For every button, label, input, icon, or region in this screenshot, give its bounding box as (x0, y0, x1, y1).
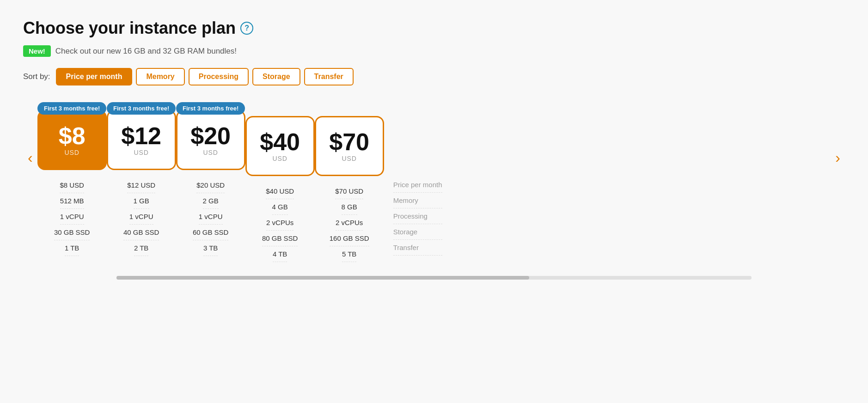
plan-detail-memory-4: 8 GB (342, 199, 357, 215)
free-badge-2: First 3 months free! (176, 102, 245, 115)
plan-detail-price-0: $8 USD (60, 177, 84, 193)
sort-label: Sort by: (23, 72, 50, 81)
plan-currency-2: USD (203, 149, 218, 156)
plans-section: ‹ First 3 months free!$8USD$8 USD512 MB1… (23, 102, 845, 280)
plan-col-1: First 3 months free!$12USD$12 USD1 GB1 v… (107, 102, 176, 256)
plan-currency-4: USD (342, 155, 357, 162)
label-processing: Processing (393, 208, 442, 224)
new-badge: New! (23, 45, 51, 57)
scrollbar[interactable] (116, 276, 751, 280)
plan-currency-0: USD (64, 149, 79, 156)
new-text: Check out our new 16 GB and 32 GB RAM bu… (55, 47, 237, 56)
plan-price-4: $70 (329, 130, 369, 154)
plan-card-4[interactable]: $70USD (315, 116, 384, 176)
plan-detail-processing-2: 1 vCPU (199, 209, 223, 225)
plan-detail-memory-1: 1 GB (134, 193, 149, 209)
labels-column: Price per month Memory Processing Storag… (384, 102, 442, 256)
plan-card-3[interactable]: $40USD (245, 116, 315, 176)
plan-card-0[interactable]: $8USD (37, 110, 107, 170)
plan-price-0: $8 (59, 124, 86, 148)
plan-detail-processing-3: 2 vCPUs (266, 215, 293, 231)
plan-detail-storage-3: 80 GB SSD (262, 231, 298, 246)
plan-card-1[interactable]: $12USD (107, 110, 176, 170)
next-arrow[interactable]: › (831, 121, 845, 195)
plan-detail-storage-0: 30 GB SSD (54, 225, 90, 240)
label-transfer: Transfer (393, 240, 442, 256)
free-badge-0: First 3 months free! (37, 102, 106, 115)
plan-detail-memory-2: 2 GB (203, 193, 219, 209)
scrollbar-thumb (116, 276, 529, 280)
plan-detail-memory-0: 512 MB (60, 193, 84, 209)
plan-detail-transfer-0: 1 TB (65, 240, 79, 256)
plan-col-3: $40USD$40 USD4 GB2 vCPUs80 GB SSD4 TB (245, 102, 315, 262)
label-price: Price per month (393, 177, 442, 193)
plans-and-labels: First 3 months free!$8USD$8 USD512 MB1 v… (37, 102, 831, 262)
sort-storage-button[interactable]: Storage (252, 68, 300, 85)
label-memory: Memory (393, 193, 442, 208)
label-storage: Storage (393, 224, 442, 240)
plan-col-0: First 3 months free!$8USD$8 USD512 MB1 v… (37, 102, 107, 256)
plan-col-4: $70USD$70 USD8 GB2 vCPUs160 GB SSD5 TB (315, 102, 384, 262)
plan-detail-transfer-2: 3 TB (203, 240, 218, 256)
plan-detail-transfer-3: 4 TB (273, 246, 287, 262)
sort-price-button[interactable]: Price per month (56, 68, 133, 85)
new-banner: New! Check out our new 16 GB and 32 GB R… (23, 45, 845, 57)
plan-currency-3: USD (272, 155, 287, 162)
plan-detail-processing-0: 1 vCPU (60, 209, 84, 225)
plan-cards: First 3 months free!$8USD$8 USD512 MB1 v… (37, 102, 384, 262)
plan-detail-transfer-4: 5 TB (342, 246, 356, 262)
sort-memory-button[interactable]: Memory (136, 68, 184, 85)
plan-detail-transfer-1: 2 TB (134, 240, 148, 256)
sort-row: Sort by: Price per month Memory Processi… (23, 68, 845, 85)
plan-detail-price-2: $20 USD (196, 177, 225, 193)
plan-detail-price-1: $12 USD (127, 177, 155, 193)
plan-detail-price-3: $40 USD (266, 183, 294, 199)
plan-currency-1: USD (134, 149, 149, 156)
plan-detail-memory-3: 4 GB (272, 199, 288, 215)
plan-price-3: $40 (260, 130, 300, 154)
plan-price-2: $20 (190, 124, 231, 148)
sort-processing-button[interactable]: Processing (189, 68, 249, 85)
plan-detail-processing-4: 2 vCPUs (336, 215, 363, 231)
prev-arrow[interactable]: ‹ (23, 121, 37, 195)
plan-detail-storage-2: 60 GB SSD (193, 225, 229, 240)
plan-detail-storage-1: 40 GB SSD (123, 225, 159, 240)
plan-card-2[interactable]: $20USD (176, 110, 245, 170)
plan-price-1: $12 (121, 124, 161, 148)
page-title-row: Choose your instance plan ? (23, 18, 845, 38)
plan-col-2: First 3 months free!$20USD$20 USD2 GB1 v… (176, 102, 245, 256)
sort-transfer-button[interactable]: Transfer (304, 68, 354, 85)
plan-detail-storage-4: 160 GB SSD (330, 231, 369, 246)
free-badge-1: First 3 months free! (107, 102, 176, 115)
plan-detail-processing-1: 1 vCPU (129, 209, 153, 225)
help-icon[interactable]: ? (240, 22, 253, 35)
plan-detail-price-4: $70 USD (335, 183, 363, 199)
plans-wrapper: First 3 months free!$8USD$8 USD512 MB1 v… (37, 102, 831, 280)
page-title: Choose your instance plan (23, 18, 236, 38)
